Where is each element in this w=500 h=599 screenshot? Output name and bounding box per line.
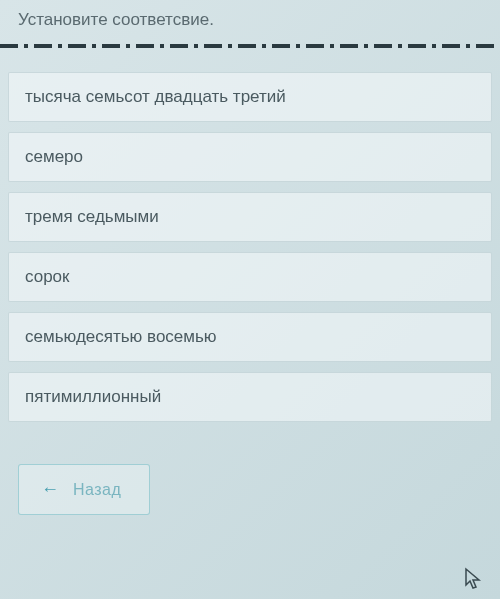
- list-item[interactable]: сорок: [8, 252, 492, 302]
- draggable-items-container: тысяча семьсот двадцать третий семеро тр…: [0, 72, 500, 422]
- list-item[interactable]: тремя седьмыми: [8, 192, 492, 242]
- list-item[interactable]: семьюдесятью восемью: [8, 312, 492, 362]
- back-button-label: Назад: [73, 481, 121, 499]
- divider: [0, 44, 500, 48]
- back-button[interactable]: ← Назад: [18, 464, 150, 515]
- list-item[interactable]: тысяча семьсот двадцать третий: [8, 72, 492, 122]
- list-item[interactable]: пятимиллионный: [8, 372, 492, 422]
- mouse-cursor-icon: [464, 567, 482, 591]
- arrow-left-icon: ←: [41, 479, 59, 500]
- list-item[interactable]: семеро: [8, 132, 492, 182]
- instruction-text: Установите соответсвие.: [0, 0, 500, 44]
